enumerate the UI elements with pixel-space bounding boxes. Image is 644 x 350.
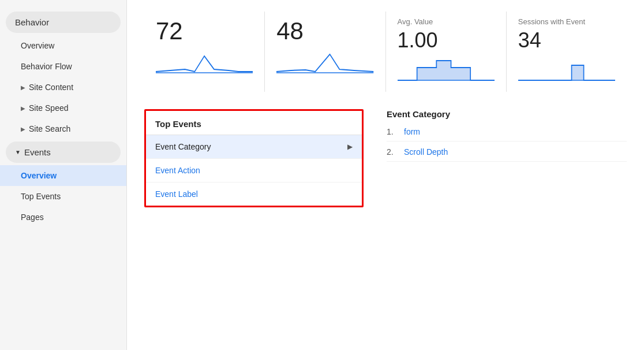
avg-value-label: Avg. Value — [398, 17, 495, 26]
site-speed-arrow-icon: ▶ — [21, 105, 25, 111]
scroll-depth-rank: 2. — [387, 147, 398, 157]
event-category-item-scroll-depth: 2. Scroll Depth — [387, 147, 627, 162]
top-events-title: Top Events — [146, 111, 362, 135]
bottom-row: Top Events Event Category ▶ Event Action… — [144, 109, 627, 207]
sidebar-item-events[interactable]: ▼ Events — [6, 142, 121, 163]
total-events-chart — [156, 47, 253, 76]
sidebar-behavior-label: Behavior — [15, 17, 49, 27]
sessions-event-label: Sessions with Event — [518, 17, 615, 26]
sidebar-item-site-content[interactable]: ▶ Site Content — [0, 77, 126, 98]
sidebar-item-site-speed[interactable]: ▶ Site Speed — [0, 98, 126, 118]
svg-marker-2 — [417, 61, 470, 80]
event-action-label: Event Action — [155, 166, 200, 175]
sidebar-pages-label: Pages — [21, 213, 44, 222]
site-search-arrow-icon: ▶ — [21, 126, 25, 132]
sidebar-item-site-search[interactable]: ▶ Site Search — [0, 118, 126, 139]
sidebar-overview-label: Overview — [21, 41, 54, 50]
sidebar-item-events-overview[interactable]: Overview — [0, 165, 126, 186]
sidebar-item-behavior-flow[interactable]: Behavior Flow — [0, 56, 126, 77]
sidebar-events-label: Events — [24, 147, 51, 157]
sidebar-site-search-label: Site Search — [29, 124, 70, 133]
sidebar-section-behavior[interactable]: Behavior — [6, 12, 121, 33]
avg-value-chart — [398, 55, 495, 84]
event-category-arrow-icon: ▶ — [347, 143, 353, 151]
sidebar-top-events-label: Top Events — [21, 192, 61, 201]
events-arrow-icon: ▼ — [15, 149, 21, 155]
site-content-arrow-icon: ▶ — [21, 84, 25, 91]
metrics-row: 72 48 Avg. Value 1.00 S — [144, 12, 627, 92]
metric-total-events: 72 — [144, 12, 265, 92]
sessions-event-chart — [518, 55, 615, 84]
sidebar-site-speed-label: Site Speed — [29, 103, 69, 113]
sidebar-events-overview-label: Overview — [21, 171, 57, 180]
event-category-title: Event Category — [387, 109, 627, 119]
form-link[interactable]: form — [404, 127, 420, 136]
event-category-item-form: 1. form — [387, 127, 627, 142]
unique-events-chart — [276, 47, 373, 76]
sessions-event-number: 34 — [518, 28, 615, 53]
top-events-item-action[interactable]: Event Action — [146, 159, 362, 183]
main-content: 72 48 Avg. Value 1.00 S — [127, 0, 644, 350]
scroll-depth-link[interactable]: Scroll Depth — [404, 147, 448, 157]
event-label-label: Event Label — [155, 189, 198, 199]
top-events-box: Top Events Event Category ▶ Event Action… — [144, 109, 364, 207]
top-events-item-label[interactable]: Event Label — [146, 183, 362, 206]
sidebar: Behavior Overview Behavior Flow ▶ Site C… — [0, 0, 127, 350]
metric-avg-value: Avg. Value 1.00 — [386, 12, 507, 92]
unique-events-value: 48 — [276, 17, 373, 45]
sidebar-site-content-label: Site Content — [29, 83, 73, 92]
sidebar-item-pages[interactable]: Pages — [0, 207, 126, 228]
sidebar-item-top-events[interactable]: Top Events — [0, 186, 126, 207]
sidebar-behavior-flow-label: Behavior Flow — [21, 62, 72, 71]
form-rank: 1. — [387, 127, 398, 136]
metric-unique-events: 48 — [265, 12, 385, 92]
metric-sessions-event: Sessions with Event 34 — [507, 12, 627, 92]
total-events-value: 72 — [156, 17, 253, 45]
top-events-item-category[interactable]: Event Category ▶ — [146, 135, 362, 159]
avg-value-number: 1.00 — [398, 28, 495, 53]
event-category-label: Event Category — [155, 142, 211, 151]
event-category-panel: Event Category 1. form 2. Scroll Depth — [387, 109, 627, 207]
sidebar-item-overview[interactable]: Overview — [0, 35, 126, 56]
svg-marker-4 — [571, 65, 583, 80]
